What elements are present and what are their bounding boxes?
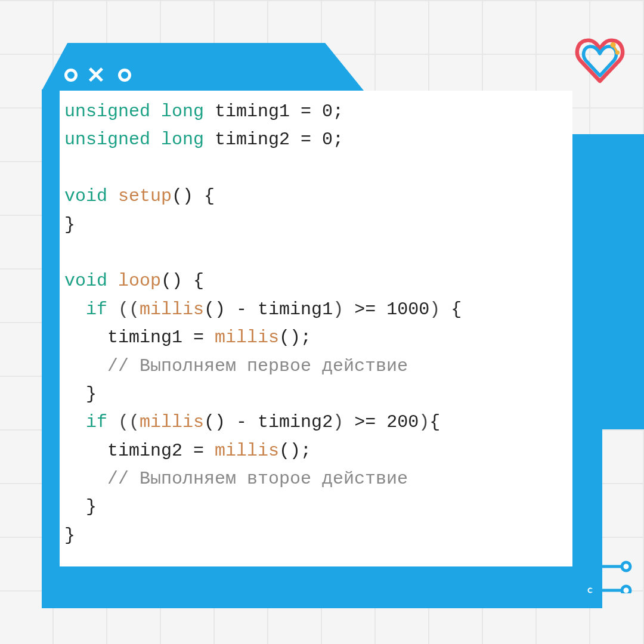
frame-right-step — [602, 134, 644, 429]
code-block: unsigned long timing1 = 0; unsigned long… — [64, 98, 568, 550]
code-card: unsigned long timing1 = 0; unsigned long… — [60, 91, 572, 566]
svg-point-2 — [622, 586, 630, 593]
oxo-top-icon: ✕ — [64, 63, 131, 85]
circuit-trace-icon — [537, 558, 632, 593]
heart-logo-icon — [572, 33, 627, 88]
oxo-bottom-icon: ✕ — [471, 577, 540, 597]
frame-right — [572, 134, 602, 575]
svg-point-0 — [622, 562, 630, 571]
frame-left — [42, 89, 60, 608]
